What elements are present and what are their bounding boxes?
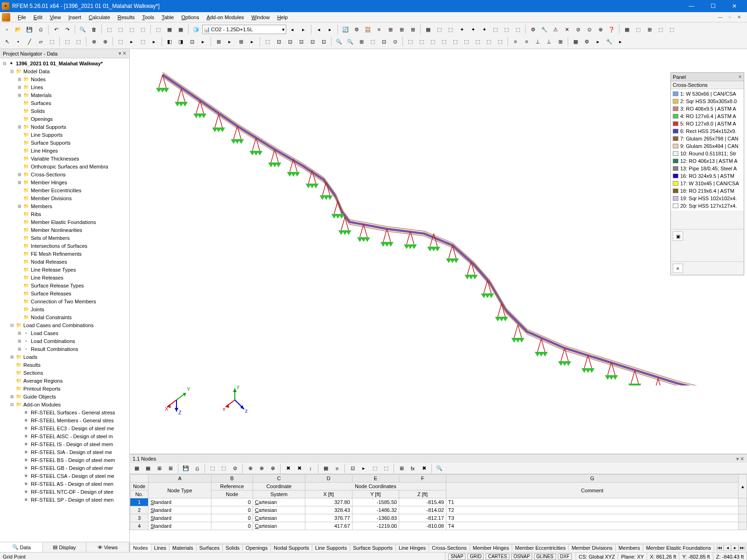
toolbar-button[interactable]: ⬚ bbox=[115, 24, 126, 35]
tree-item[interactable]: ⊞▫Load Combinations bbox=[0, 337, 129, 345]
table-toolbar-button[interactable]: ⊕ bbox=[268, 463, 278, 474]
tree-item[interactable]: 📁Ribs bbox=[0, 210, 129, 218]
navigator-tab-views[interactable]: 👁Views bbox=[86, 542, 129, 552]
toolbar-button[interactable]: 🔍 bbox=[345, 36, 355, 47]
table-toolbar-button[interactable]: ⊘ bbox=[230, 463, 240, 474]
toolbar-button[interactable]: ▦ bbox=[571, 36, 581, 47]
toolbar-button[interactable]: ⊞ bbox=[356, 36, 366, 47]
toolbar-button[interactable]: ≡ bbox=[510, 36, 521, 47]
toolbar-button[interactable]: ⊡ bbox=[379, 36, 389, 47]
table-tab-lines[interactable]: Lines bbox=[151, 544, 169, 551]
menu-insert[interactable]: Insert bbox=[64, 14, 85, 21]
toolbar-button[interactable]: ▸ bbox=[127, 36, 137, 47]
toolbar-button[interactable]: ⬚ bbox=[428, 36, 438, 47]
toolbar-button[interactable]: ◨ bbox=[176, 36, 186, 47]
load-next-button[interactable]: ▸ bbox=[298, 24, 309, 35]
toolbar-button[interactable]: ⬚ bbox=[450, 36, 460, 47]
tree-item[interactable]: ⊞▫Result Combinations bbox=[0, 345, 129, 353]
toolbar-button[interactable]: ⬚ bbox=[490, 24, 500, 35]
toolbar-button[interactable]: ⚙ bbox=[528, 24, 538, 35]
table-tab-nodes[interactable]: Nodes bbox=[130, 544, 151, 551]
tab-scroll-button[interactable]: ⏮ bbox=[716, 545, 724, 551]
tree-item[interactable]: ⊞📁Materials bbox=[0, 91, 129, 99]
menu-table[interactable]: Table bbox=[158, 14, 177, 21]
tree-item[interactable]: 📁Results bbox=[0, 361, 129, 369]
toolbar-button[interactable]: ⬚ bbox=[655, 24, 666, 35]
toolbar-button[interactable]: ⬚ bbox=[73, 36, 84, 47]
toolbar-button[interactable]: ▸ bbox=[615, 36, 626, 47]
toolbar-button[interactable]: 🗑 bbox=[89, 24, 99, 35]
table-toolbar-button[interactable]: ✖ bbox=[419, 463, 429, 474]
tree-item[interactable]: ⊞📁Loads bbox=[0, 353, 129, 361]
tree-item[interactable]: 📁Line Releases bbox=[0, 273, 129, 281]
tree-item[interactable]: 📁Surface Releases bbox=[0, 289, 129, 297]
navigator-dropdown-icon[interactable]: ▾ bbox=[119, 50, 121, 56]
table-toolbar-button[interactable]: ⊞ bbox=[165, 463, 176, 474]
toolbar-button[interactable]: ⬚ bbox=[445, 24, 456, 35]
tree-item[interactable]: ⊞▫Load Cases bbox=[0, 329, 129, 337]
toolbar-button[interactable]: ⊙ bbox=[390, 36, 400, 47]
mdi-minimize-button[interactable]: — bbox=[716, 14, 725, 21]
navigator-tab-data[interactable]: 🔍Data bbox=[0, 542, 43, 552]
tree-item[interactable]: ≡RF-STEEL Surfaces - General stress bbox=[0, 408, 129, 416]
tree-item[interactable]: ≡RF-STEEL IS - Design of steel mem bbox=[0, 440, 129, 448]
panel-button-1[interactable]: ▣ bbox=[673, 231, 683, 241]
toolbar-button[interactable]: ❓ bbox=[606, 24, 617, 35]
toolbar-button[interactable]: ⬚ bbox=[115, 36, 126, 47]
table-toolbar-button[interactable]: ↕ bbox=[305, 463, 316, 474]
toolbar-button[interactable]: 🧮 bbox=[363, 24, 373, 35]
table-toolbar-button[interactable]: ≡ bbox=[332, 463, 342, 474]
toolbar-button[interactable]: ⬚ bbox=[62, 36, 72, 47]
toolbar-button[interactable]: 🔍 bbox=[334, 36, 344, 47]
toolbar-button[interactable]: ▦ bbox=[423, 24, 433, 35]
tree-item[interactable]: 📁Surface Release Types bbox=[0, 281, 129, 289]
tree-item[interactable]: 📁Member Divisions bbox=[0, 194, 129, 202]
table-tab-member-hinges[interactable]: Member Hinges bbox=[470, 544, 513, 551]
minimize-button[interactable]: — bbox=[681, 0, 702, 12]
toolbar-button[interactable]: ⬚ bbox=[439, 36, 449, 47]
toolbar-button[interactable]: ≡ bbox=[521, 36, 532, 47]
toolbar-button[interactable]: ⊥ bbox=[533, 36, 543, 47]
tab-scroll-button[interactable]: ◂ bbox=[724, 545, 731, 551]
table-toolbar-button[interactable]: ⊕ bbox=[245, 463, 255, 474]
table-toolbar-button[interactable]: 🔍 bbox=[434, 463, 444, 474]
table-toolbar-button[interactable]: 💾 bbox=[181, 463, 191, 474]
toolbar-button[interactable]: ⬚ bbox=[416, 36, 427, 47]
toolbar-button[interactable]: ⬚ bbox=[513, 24, 523, 35]
toolbar-button[interactable]: 💾 bbox=[24, 24, 35, 35]
table-tab-surfaces[interactable]: Surfaces bbox=[196, 544, 223, 551]
tree-item[interactable]: 📁Member Elastic Foundations bbox=[0, 218, 129, 226]
tree-item[interactable]: 📁Average Regions bbox=[0, 377, 129, 385]
tree-item[interactable]: 📁Variable Thicknesses bbox=[0, 154, 129, 162]
toolbar-button[interactable]: 📂 bbox=[13, 24, 23, 35]
toolbar-button[interactable]: ↶ bbox=[51, 24, 61, 35]
tree-item[interactable]: ⊞📁Member Hinges bbox=[0, 178, 129, 186]
load-prev-button[interactable]: ◂ bbox=[287, 24, 297, 35]
menu-results[interactable]: Results bbox=[114, 14, 139, 21]
mdi-restore-button[interactable]: ▫ bbox=[726, 14, 734, 21]
toolbar-button[interactable]: ⬚ bbox=[667, 24, 677, 35]
tree-item[interactable]: 📁Nodal Constraints bbox=[0, 313, 129, 321]
toolbar-button[interactable]: ⬚ bbox=[153, 24, 163, 35]
tree-item[interactable]: ≡RF-STEEL AS - Design of steel men bbox=[0, 480, 129, 488]
toolbar-button[interactable]: ◂ bbox=[314, 24, 324, 35]
table-tab-materials[interactable]: Materials bbox=[169, 544, 197, 551]
navigator-close-icon[interactable]: ✕ bbox=[122, 50, 127, 56]
table-toolbar-button[interactable]: ✖ bbox=[294, 463, 304, 474]
toolbar-button[interactable]: ⬚ bbox=[405, 36, 416, 47]
tree-item[interactable]: ≡RF-STEEL SP - Design of steel men bbox=[0, 496, 129, 504]
toolbar-button[interactable]: ↖ bbox=[2, 36, 12, 47]
tree-item[interactable]: ≡RF-STEEL NTC-DF - Design of stee bbox=[0, 488, 129, 496]
toolbar-button[interactable]: ⚙ bbox=[582, 36, 592, 47]
toolbar-button[interactable]: ▦ bbox=[164, 24, 175, 35]
menu-help[interactable]: Help bbox=[274, 14, 292, 21]
tree-item[interactable]: ⊞📁Guide Objects bbox=[0, 392, 129, 400]
table-close-icon[interactable]: ✕ bbox=[740, 456, 744, 462]
toolbar-button[interactable]: ⬚ bbox=[495, 36, 505, 47]
toolbar-button[interactable]: 🔧 bbox=[604, 36, 614, 47]
tree-item[interactable]: ⊟📁Add-on Modules bbox=[0, 400, 129, 408]
table-tab-members[interactable]: Members bbox=[615, 544, 643, 551]
table-tab-openings[interactable]: Openings bbox=[242, 544, 271, 551]
tree-item[interactable]: 📁Nodal Releases bbox=[0, 258, 129, 266]
tree-item[interactable]: 📁Member Eccentricities bbox=[0, 186, 129, 194]
